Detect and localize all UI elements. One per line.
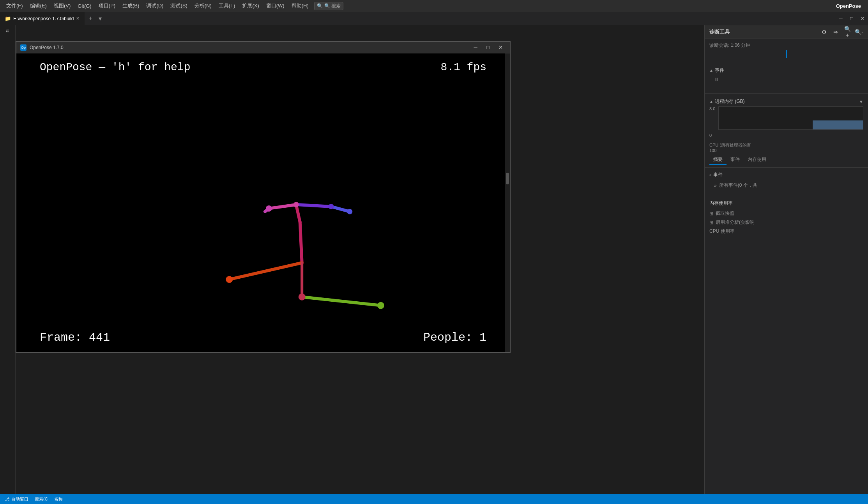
events-section-label: 事件	[715, 67, 724, 74]
tab-events[interactable]: 事件	[727, 155, 744, 165]
maximize-vs-button[interactable]: □	[846, 14, 857, 22]
menu-build[interactable]: 生成(B)	[119, 2, 142, 10]
heap-analysis-row[interactable]: ⊞ 启用堆分析(会影响	[709, 218, 863, 227]
openpose-window-icon: Op	[20, 44, 27, 51]
menu-git[interactable]: Git(G)	[74, 2, 94, 10]
svg-point-10	[266, 205, 272, 212]
search-icon: 🔍	[317, 3, 323, 9]
events-section: ▲ 事件 ⏸	[705, 63, 868, 94]
memory-min-label: 0	[709, 133, 715, 138]
menu-edit[interactable]: 编辑(E)	[27, 2, 50, 10]
openpose-window: Op OpenPose 1.7.0 ─ □ ✕ OpenPose — 'h' f…	[16, 41, 511, 353]
cpu-section: CPU (所有处理器的百	[705, 141, 868, 148]
openpose-titlebar: Op OpenPose 1.7.0 ─ □ ✕	[16, 42, 510, 53]
diagnostics-events-section: » 事件 » 所有事件(0 个，共	[705, 168, 868, 198]
search-box[interactable]: 🔍 🔍 搜索	[314, 2, 343, 10]
diagnostics-header: 诊断工具 ⚙ ⇒ 🔍+ 🔍-	[705, 25, 868, 39]
openpose-canvas: OpenPose — 'h' for help 8.1 fps Frame: 4…	[16, 53, 510, 352]
memory-collapse-icon: ▲	[709, 99, 713, 104]
editor-area: Op OpenPose 1.7.0 ─ □ ✕ OpenPose — 'h' f…	[16, 25, 704, 494]
event-all-icon: »	[714, 183, 717, 188]
session-label: 诊断会话: 1:06 分钟	[709, 42, 750, 48]
memory-bar	[813, 120, 863, 129]
memory-section: ▲ 进程内存 (GB) ▼ 8.0 0	[705, 94, 868, 141]
minimize-vs-button[interactable]: ─	[835, 14, 846, 22]
folder-icon: 📁	[5, 16, 11, 21]
events-area: ⏸	[709, 75, 863, 91]
menu-tools[interactable]: 工具(T)	[216, 2, 239, 10]
status-autodock: 自动窗口	[11, 496, 28, 502]
svg-point-12	[347, 209, 352, 214]
svg-line-3	[331, 207, 350, 212]
events-sub-collapse-icon: »	[709, 173, 712, 177]
branch-icon: ⎇	[5, 497, 10, 502]
svg-point-11	[328, 204, 334, 209]
top-menubar: 文件(F) 编辑(E) 视图(V) Git(G) 项目(P) 生成(B) 调试(…	[0, 0, 868, 12]
diag-export-button[interactable]: ⇒	[831, 28, 840, 36]
diagnostics-panel: 诊断工具 ⚙ ⇒ 🔍+ 🔍- 诊断会话: 1:06 分钟 ▲ 事件 ⏸	[704, 25, 868, 494]
snapshot-row[interactable]: ⊞ 截取快照	[709, 209, 863, 218]
diagnostics-toolbar: ⚙ ⇒ 🔍+ 🔍-	[820, 28, 863, 36]
menu-extensions[interactable]: 扩展(X)	[239, 2, 262, 10]
events-sub-label: 事件	[713, 172, 723, 178]
diag-zoom-out-button[interactable]: 🔍-	[855, 28, 863, 36]
diagnostics-title: 诊断工具	[709, 28, 730, 35]
snapshot-label: 截取快照	[716, 210, 734, 217]
events-sub-header[interactable]: » 事件	[709, 170, 863, 180]
memory-expand-icon[interactable]: ▼	[859, 99, 863, 104]
events-pause-button[interactable]: ⏸	[714, 77, 719, 82]
active-app-label: OpenPose	[832, 2, 865, 10]
cpu-usage-row: CPU 使用率	[709, 227, 863, 236]
menu-view[interactable]: 视图(V)	[51, 2, 74, 10]
status-item-branch[interactable]: ⎇ 自动窗口	[5, 496, 28, 502]
event-all-label: 所有事件(0 个，共	[719, 182, 757, 189]
svg-point-14	[299, 294, 306, 301]
diagnostics-tabs: 摘要 事件 内存使用	[705, 153, 868, 168]
menu-test[interactable]: 测试(S)	[167, 2, 190, 10]
memory-usage-section: 内存使用率 ⊞ 截取快照 ⊞ 启用堆分析(会影响 CPU 使用率	[705, 198, 868, 238]
openpose-maximize-button[interactable]: □	[483, 44, 493, 51]
scrollbar[interactable]	[505, 53, 510, 352]
tab-overflow-button[interactable]: ▾	[96, 15, 104, 22]
status-bar: ⎇ 自动窗口 搜索(C 名称	[0, 494, 868, 504]
left-sidebar: IeCoStAuWe[~S|	[0, 25, 16, 494]
openpose-window-title: OpenPose 1.7.0	[30, 45, 467, 50]
cpu-section-label: CPU (所有处理器的百	[709, 142, 751, 148]
status-search-label: 搜索(C	[35, 496, 48, 502]
events-section-header[interactable]: ▲ 事件	[709, 65, 863, 75]
openpose-minimize-button[interactable]: ─	[470, 44, 481, 51]
event-row-all: » 所有事件(0 个，共	[714, 181, 859, 189]
svg-point-9	[293, 202, 299, 207]
memory-section-header[interactable]: ▲ 进程内存 (GB) ▼	[709, 97, 863, 106]
openpose-close-button[interactable]: ✕	[495, 44, 506, 51]
heap-icon: ⊞	[709, 220, 713, 225]
menu-analyze[interactable]: 分析(N)	[191, 2, 215, 10]
window-controls: ─ □ ✕	[470, 44, 506, 51]
tab-summary[interactable]: 摘要	[709, 155, 727, 165]
status-name-label: 名称	[54, 496, 63, 502]
menu-window[interactable]: 窗口(W)	[263, 2, 288, 10]
skeleton-svg	[16, 53, 510, 352]
svg-line-5	[300, 222, 302, 263]
diag-settings-button[interactable]: ⚙	[820, 28, 828, 36]
tab-build[interactable]: 📁 E:\work\openpose-1.7.0\build ✕	[0, 12, 85, 25]
cpu-usage-label: CPU 使用率	[709, 228, 735, 235]
svg-line-2	[296, 205, 331, 207]
menu-project[interactable]: 项目(P)	[95, 2, 118, 10]
search-label: 🔍 搜索	[324, 3, 341, 9]
svg-point-13	[226, 276, 233, 283]
diagnostics-session: 诊断会话: 1:06 分钟	[705, 39, 868, 63]
close-vs-button[interactable]: ✕	[857, 14, 868, 22]
heap-label: 启用堆分析(会影响	[716, 219, 755, 226]
status-item-search[interactable]: 搜索(C	[35, 496, 48, 502]
menu-help[interactable]: 帮助(H)	[288, 2, 312, 10]
new-tab-button[interactable]: +	[85, 15, 96, 22]
svg-line-0	[269, 205, 296, 209]
menu-debug[interactable]: 调试(D)	[143, 2, 166, 10]
status-item-name[interactable]: 名称	[54, 496, 63, 502]
tab-close-button[interactable]: ✕	[76, 16, 80, 21]
menu-file[interactable]: 文件(F)	[3, 2, 26, 10]
events-sub-area: » 所有事件(0 个，共	[709, 180, 863, 195]
diag-zoom-in-button[interactable]: 🔍+	[843, 28, 852, 36]
tab-memory-usage[interactable]: 内存使用	[744, 155, 770, 165]
